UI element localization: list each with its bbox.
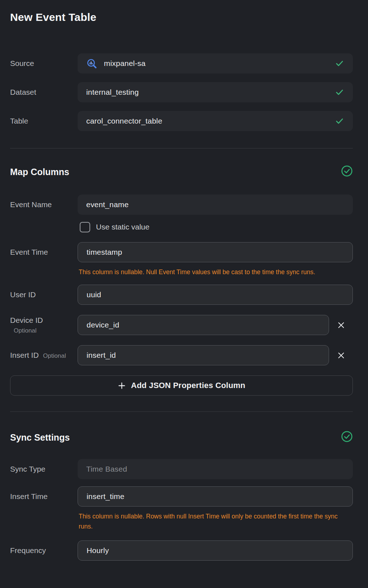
sync-settings-title: Sync Settings [10,431,70,444]
device-id-value: device_id [87,321,119,329]
sync-type-row: Sync Type Time Based [10,459,353,479]
user-id-label: User ID [10,290,36,299]
frequency-value: Hourly [87,546,109,555]
source-select[interactable]: mixpanel-sa [78,53,353,74]
user-id-value: uuid [87,290,101,299]
insert-id-optional-label: Optional [43,352,66,360]
static-value-label: Use static value [96,223,149,231]
device-id-optional-label: Optional [14,327,78,334]
static-value-row: Use static value [10,222,353,232]
event-time-row: Event Time timestamp [10,242,353,262]
table-row: Table carol_connector_table [10,111,353,131]
event-time-value: timestamp [87,248,122,257]
insert-id-row: Insert ID Optional insert_id [10,345,353,365]
section-divider [10,148,353,148]
source-label: Source [10,59,34,67]
bigquery-icon [86,58,97,69]
source-row: Source mixpanel-sa [10,53,353,74]
insert-id-label: Insert ID [10,351,39,360]
insert-time-label: Insert Time [10,492,48,500]
device-id-label: Device ID [10,316,43,324]
dataset-valid-check-icon [335,88,344,97]
sync-type-select[interactable]: Time Based [78,459,353,479]
frequency-select[interactable]: Hourly [78,540,353,561]
section-divider [10,411,353,412]
add-json-properties-column-button[interactable]: Add JSON Properties Column [10,375,353,396]
frequency-label: Frequency [10,546,46,554]
insert-time-warning: This column is nullable. Rows with null … [10,511,353,531]
user-id-row: User ID uuid [10,285,353,305]
add-json-properties-column-label: Add JSON Properties Column [131,381,245,390]
plus-icon [118,382,126,390]
dataset-label: Dataset [10,88,36,96]
sync-type-label: Sync Type [10,465,45,473]
source-value: mixpanel-sa [104,59,145,68]
sync-settings-header: Sync Settings [10,431,353,444]
event-name-value: event_name [86,200,129,209]
event-time-label: Event Time [10,248,48,256]
map-columns-title: Map Columns [10,166,69,178]
event-time-warning: This column is nullable. Null Event Time… [10,267,353,277]
table-value: carol_connector_table [86,117,162,125]
insert-id-input[interactable]: insert_id [78,345,329,365]
frequency-row: Frequency Hourly [10,540,353,561]
new-event-table-form: New Event Table Source mixpanel-sa [0,0,368,588]
insert-time-row: Insert Time insert_time [10,486,353,507]
insert-id-value: insert_id [87,351,116,360]
table-valid-check-icon [335,116,344,126]
dataset-select[interactable]: internal_testing [78,82,353,102]
event-name-label: Event Name [10,200,52,209]
insert-id-remove-x-icon[interactable] [335,349,347,362]
dataset-value: internal_testing [86,88,139,97]
event-name-select[interactable]: event_name [78,195,353,215]
map-columns-header: Map Columns [10,165,353,178]
insert-time-input[interactable]: insert_time [78,486,353,507]
sync-settings-complete-circle-check-icon [341,431,353,444]
page-title: New Event Table [10,11,353,24]
user-id-input[interactable]: uuid [78,285,353,305]
table-label: Table [10,117,28,125]
device-id-row: Device ID Optional device_id [10,315,353,335]
event-name-row: Event Name event_name [10,195,353,215]
table-select[interactable]: carol_connector_table [78,111,353,131]
device-id-input[interactable]: device_id [78,315,329,335]
insert-time-value: insert_time [87,492,124,501]
static-value-checkbox[interactable] [80,222,90,232]
device-id-remove-x-icon[interactable] [335,319,347,331]
source-valid-check-icon [335,59,344,68]
map-columns-complete-circle-check-icon [341,165,353,178]
sync-type-value: Time Based [86,465,127,473]
event-time-input[interactable]: timestamp [78,242,353,262]
dataset-row: Dataset internal_testing [10,82,353,102]
